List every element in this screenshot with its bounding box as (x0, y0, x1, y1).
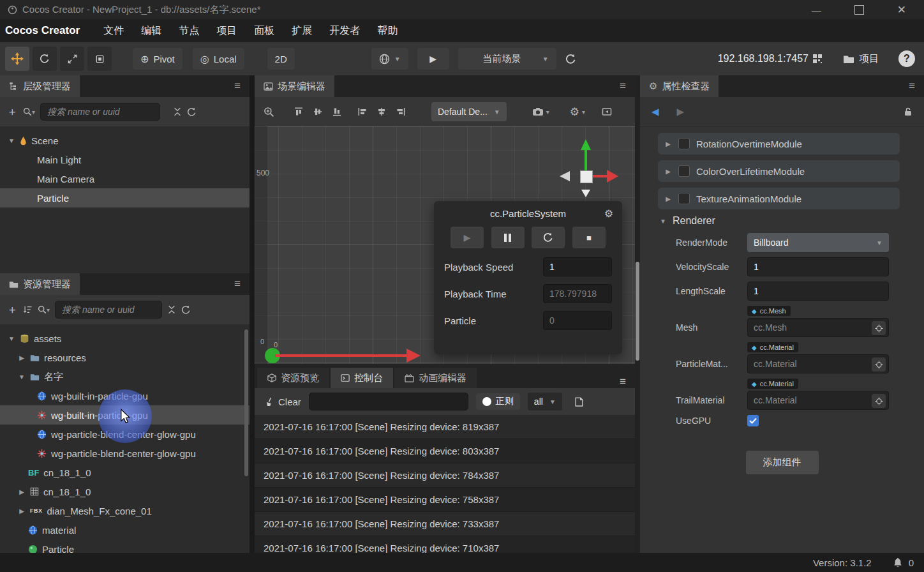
align-top-icon[interactable] (294, 107, 304, 117)
assets-scrollbar[interactable] (244, 329, 248, 476)
layer-dropdown[interactable]: Default De... ▼ (431, 102, 507, 121)
gizmo-y-axis-line[interactable] (585, 149, 587, 171)
tree-node-scene[interactable]: ▼ Scene (0, 131, 250, 150)
log-entry[interactable]: 2021-07-16 16:17:00 [Scene] Resizing dev… (255, 536, 635, 553)
expander-icon[interactable]: ▼ (8, 335, 15, 342)
preview-platform-button[interactable]: ▼ (371, 48, 408, 70)
gizmo-x-axis-line[interactable] (592, 175, 607, 177)
rect-tool-button[interactable] (87, 47, 112, 71)
scrollbar-thumb[interactable] (636, 262, 639, 361)
history-forward-icon[interactable]: ▶ (677, 106, 685, 117)
local-button[interactable]: ◎ Local (193, 48, 244, 70)
expander-icon[interactable]: ▶ (18, 508, 26, 515)
scene-selector-dropdown[interactable]: 当前场景 ▼ (458, 48, 556, 70)
particle-play-button[interactable]: ▶ (451, 227, 484, 248)
log-entry[interactable]: 2021-07-16 16:17:00 [Scene] Resizing dev… (255, 512, 635, 536)
search-filter-icon[interactable]: ▾ (38, 305, 50, 314)
console-search-input[interactable] (309, 393, 468, 410)
scene-viewport[interactable]: 500 0 0 cc.ParticleSystem ⚙ (255, 126, 635, 364)
log-entry[interactable]: 2021-07-16 16:17:00 [Scene] Resizing dev… (255, 415, 635, 439)
expander-icon[interactable]: ▼ (18, 373, 26, 380)
log-level-dropdown[interactable]: all ▼ (528, 393, 562, 410)
create-asset-button[interactable]: ＋ (6, 302, 18, 317)
open-preview-window-icon[interactable] (602, 107, 612, 117)
gizmo-y-axis-handle[interactable] (581, 139, 591, 150)
gizmo-down-handle[interactable] (581, 190, 590, 197)
tree-node-particle[interactable]: Particle (0, 188, 250, 207)
qr-code-icon[interactable] (812, 54, 823, 64)
sort-assets-icon[interactable] (23, 305, 33, 314)
inspector-menu-icon[interactable]: ≡ (900, 80, 924, 93)
particle-material-field[interactable]: cc.Material (747, 354, 889, 373)
console-menu-icon[interactable]: ≡ (611, 375, 635, 388)
align-right-icon[interactable] (396, 107, 406, 117)
reload-preview-icon[interactable] (565, 54, 576, 64)
gear-icon[interactable]: ⚙ (604, 207, 613, 220)
mode-2d-button[interactable]: 2D (267, 48, 295, 70)
history-back-icon[interactable]: ◀ (652, 106, 659, 117)
menu-extension[interactable]: 扩展 (292, 24, 312, 38)
scale-tool-button[interactable] (60, 47, 84, 71)
particle-pause-button[interactable] (491, 227, 525, 248)
export-log-icon[interactable] (575, 397, 583, 407)
zoom-icon[interactable] (264, 107, 274, 117)
menu-project[interactable]: 项目 (216, 24, 237, 38)
panel-splitter[interactable] (250, 75, 255, 553)
menu-edit[interactable]: 编辑 (141, 24, 161, 38)
module-color-over-lifetime[interactable]: ▶ ColorOverLifetimeModule (658, 160, 900, 182)
module-checkbox[interactable] (678, 193, 690, 204)
asset-picker-icon[interactable] (872, 394, 886, 408)
tab-assets[interactable]: 资源管理器 (0, 273, 80, 295)
close-icon[interactable]: ✕ (897, 3, 906, 17)
use-gpu-checkbox[interactable] (747, 415, 759, 426)
gizmo-center-handle[interactable] (580, 170, 593, 183)
help-button[interactable]: ? (898, 50, 915, 67)
expander-icon[interactable]: ▶ (664, 168, 672, 175)
tree-node-assets-root[interactable]: ▼ assets (0, 329, 250, 348)
menu-file[interactable]: 文件 (103, 24, 124, 38)
length-scale-input[interactable] (747, 282, 889, 301)
expander-icon[interactable]: ▼ (8, 137, 15, 144)
tab-scene-editor[interactable]: 场景编辑器 (255, 75, 334, 97)
rotate-tool-button[interactable] (33, 47, 57, 71)
menu-panel[interactable]: 面板 (254, 24, 274, 38)
tree-node-dian-mesh[interactable]: ▶ FBX dian_Mesh_Fx_cone_01 (0, 501, 250, 520)
assets-menu-icon[interactable]: ≡ (225, 278, 250, 290)
log-entry[interactable]: 2021-07-16 16:17:00 [Scene] Resizing dev… (255, 463, 635, 488)
log-entry[interactable]: 2021-07-16 16:17:00 [Scene] Resizing dev… (255, 488, 635, 512)
expander-icon[interactable]: ▶ (664, 140, 672, 147)
tree-node-material[interactable]: material (0, 520, 250, 539)
console-clear-button[interactable]: Clear (265, 396, 301, 407)
module-texture-anim[interactable]: ▶ TextureAnimationModule (658, 188, 900, 209)
expander-icon[interactable]: ▶ (664, 195, 672, 202)
tree-node-main-light[interactable]: Main Light (0, 150, 250, 169)
expander-icon[interactable]: ▶ (18, 488, 26, 495)
tab-inspector[interactable]: ⚙ 属性检查器 (640, 75, 719, 97)
tree-node-cn18-bf[interactable]: BF cn_18_1_0 (0, 463, 250, 482)
module-checkbox[interactable] (678, 165, 690, 177)
search-filter-icon[interactable]: ▾ (23, 107, 35, 116)
open-project-button[interactable]: 项目 (835, 48, 887, 70)
tree-node-cn18-atlas[interactable]: ▶ cn_18_1_0 (0, 482, 250, 501)
tree-node-folder-mingzi[interactable]: ▼ 名字 (0, 367, 250, 386)
mesh-asset-field[interactable]: cc.Mesh (747, 318, 889, 337)
trail-material-field[interactable]: cc.Material (747, 391, 889, 410)
menu-node[interactable]: 节点 (179, 24, 199, 38)
camera-settings-icon[interactable]: ▾ (532, 107, 549, 116)
particle-restart-button[interactable] (532, 227, 565, 248)
particle-stop-button[interactable]: ■ (572, 227, 606, 248)
gizmo-x-axis-left-handle[interactable] (560, 171, 570, 181)
pivot-button[interactable]: ⊕ Pivot (133, 48, 183, 70)
module-rotation-overtime[interactable]: ▶ RotationOvertimeModule (658, 133, 900, 154)
expander-icon[interactable]: ▶ (18, 354, 26, 361)
asset-picker-icon[interactable] (872, 321, 886, 335)
hierarchy-search-input[interactable] (40, 103, 160, 121)
renderer-section-header[interactable]: ▼ Renderer (659, 215, 924, 227)
particle-count-input[interactable] (543, 311, 612, 330)
align-vertical-center-icon[interactable] (313, 107, 323, 117)
menu-developer[interactable]: 开发者 (329, 24, 360, 38)
velocity-scale-input[interactable] (747, 257, 889, 276)
bell-icon[interactable] (893, 557, 902, 568)
tree-node-main-camera[interactable]: Main Camera (0, 169, 250, 188)
tab-console[interactable]: 控制台 (331, 368, 393, 388)
